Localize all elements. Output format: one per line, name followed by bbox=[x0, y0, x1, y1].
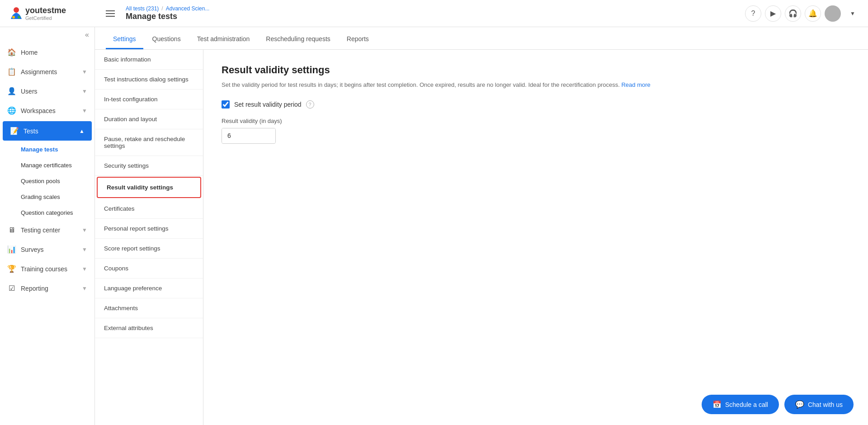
info-icon[interactable]: ? bbox=[306, 100, 314, 109]
sidebar-item-training-courses[interactable]: 🏆 Training courses ▼ bbox=[0, 259, 94, 279]
sidebar-item-home[interactable]: 🏠 Home bbox=[0, 42, 94, 62]
breadcrumb-separator: / bbox=[161, 5, 163, 12]
validity-days-input[interactable] bbox=[222, 128, 276, 143]
validity-days-input-wrap: ▲ ▼ bbox=[222, 128, 276, 144]
settings-nav-pause-retake[interactable]: Pause, retake and reschedule settings bbox=[95, 129, 203, 156]
settings-nav-test-instructions[interactable]: Test instructions dialog settings bbox=[95, 70, 203, 90]
bottom-actions: 📅 Schedule a call 💬 Chat with us bbox=[702, 395, 854, 414]
settings-nav-external-attributes[interactable]: External attributes bbox=[95, 318, 203, 338]
breadcrumb-current[interactable]: Advanced Scien... bbox=[166, 5, 210, 12]
header-actions: ? ▶ 🎧 🔔 ▼ bbox=[745, 5, 861, 22]
checkbox-label: Set result validity period bbox=[234, 101, 302, 108]
sidebar-item-label: Testing center bbox=[21, 227, 82, 234]
hamburger-line bbox=[106, 16, 115, 17]
sidebar: « 🏠 Home 📋 Assignments ▼ 👤 Users ▼ 🌐 Wor… bbox=[0, 27, 95, 425]
hamburger-line bbox=[106, 10, 115, 11]
sidebar-subitem-question-pools[interactable]: Question pools bbox=[0, 173, 94, 189]
home-icon: 🏠 bbox=[7, 48, 16, 57]
reporting-icon: ☑ bbox=[7, 284, 16, 293]
hamburger-button[interactable] bbox=[102, 5, 118, 22]
sidebar-subitem-question-categories[interactable]: Question categories bbox=[0, 205, 94, 221]
settings-nav-score-report[interactable]: Score report settings bbox=[95, 239, 203, 259]
settings-nav-language-preference[interactable]: Language preference bbox=[95, 279, 203, 298]
chat-with-us-button[interactable]: 💬 Chat with us bbox=[784, 395, 854, 414]
chevron-down-icon: ▼ bbox=[82, 88, 87, 94]
breadcrumb-links: All tests (231) / Advanced Scien... bbox=[126, 5, 209, 12]
tab-questions[interactable]: Questions bbox=[145, 30, 188, 49]
settings-content: Result validity settings Set the validit… bbox=[203, 50, 868, 425]
read-more-link[interactable]: Read more bbox=[621, 81, 650, 88]
sidebar-item-label: Reporting bbox=[21, 285, 82, 292]
settings-nav-in-test-config[interactable]: In-test configuration bbox=[95, 90, 203, 109]
chevron-down-icon: ▼ bbox=[82, 246, 87, 253]
settings-nav-certificates[interactable]: Certificates bbox=[95, 199, 203, 219]
sidebar-item-users[interactable]: 👤 Users ▼ bbox=[0, 81, 94, 101]
sidebar-item-label: Home bbox=[21, 49, 87, 56]
tab-reports[interactable]: Reports bbox=[340, 30, 376, 49]
hamburger-line bbox=[106, 13, 115, 14]
sidebar-item-label: Tests bbox=[24, 128, 79, 135]
app-sub: GetCertified bbox=[25, 15, 66, 21]
play-button[interactable]: ▶ bbox=[765, 5, 781, 22]
sidebar-subitem-manage-certificates[interactable]: Manage certificates bbox=[0, 157, 94, 173]
user-dropdown-arrow[interactable]: ▼ bbox=[844, 5, 861, 22]
schedule-call-button[interactable]: 📅 Schedule a call bbox=[702, 395, 779, 414]
svg-point-1 bbox=[12, 16, 15, 19]
settings-layout: Basic information Test instructions dial… bbox=[95, 50, 868, 425]
sidebar-item-reporting[interactable]: ☑ Reporting ▼ bbox=[0, 279, 94, 298]
headset-button[interactable]: 🎧 bbox=[785, 5, 801, 22]
settings-nav-personal-report[interactable]: Personal report settings bbox=[95, 219, 203, 239]
sidebar-item-tests[interactable]: 📝 Tests ▲ bbox=[3, 121, 92, 141]
chevron-down-icon: ▼ bbox=[82, 285, 87, 292]
settings-nav-security[interactable]: Security settings bbox=[95, 156, 203, 176]
tab-rescheduling-requests[interactable]: Rescheduling requests bbox=[259, 30, 337, 49]
checkbox-row: Set result validity period ? bbox=[222, 100, 850, 109]
chevron-down-icon: ▼ bbox=[82, 108, 87, 114]
sidebar-collapse-button[interactable]: « bbox=[80, 27, 94, 42]
main-layout: « 🏠 Home 📋 Assignments ▼ 👤 Users ▼ 🌐 Wor… bbox=[0, 27, 868, 425]
chevron-down-icon: ▼ bbox=[82, 69, 87, 75]
settings-description: Set the validity period for test results… bbox=[222, 80, 850, 90]
sidebar-item-label: Assignments bbox=[21, 68, 82, 76]
chevron-up-icon: ▲ bbox=[79, 128, 85, 134]
settings-title: Result validity settings bbox=[222, 64, 850, 76]
settings-nav-coupons[interactable]: Coupons bbox=[95, 259, 203, 279]
chevron-down-icon: ▼ bbox=[82, 227, 87, 233]
training-courses-icon: 🏆 bbox=[7, 264, 16, 273]
testing-center-icon: 🖥 bbox=[7, 226, 16, 234]
svg-point-0 bbox=[14, 7, 19, 13]
sidebar-item-assignments[interactable]: 📋 Assignments ▼ bbox=[0, 62, 94, 81]
chat-icon: 💬 bbox=[795, 400, 804, 409]
avatar-image bbox=[825, 5, 841, 22]
tabs-bar: Settings Questions Test administration R… bbox=[95, 27, 868, 50]
app-name: youtestme bbox=[25, 6, 66, 15]
schedule-icon: 📅 bbox=[712, 400, 722, 409]
tab-test-administration[interactable]: Test administration bbox=[190, 30, 257, 49]
settings-nav-result-validity[interactable]: Result validity settings bbox=[97, 177, 201, 198]
sidebar-subitem-grading-scales[interactable]: Grading scales bbox=[0, 189, 94, 205]
help-button[interactable]: ? bbox=[745, 5, 761, 22]
users-icon: 👤 bbox=[7, 87, 16, 95]
notification-button[interactable]: 🔔 bbox=[805, 5, 821, 22]
tests-icon: 📝 bbox=[10, 127, 19, 135]
sidebar-item-label: Surveys bbox=[21, 246, 82, 253]
sidebar-item-label: Users bbox=[21, 88, 82, 95]
svg-point-2 bbox=[18, 16, 20, 19]
settings-nav-basic-info[interactable]: Basic information bbox=[95, 50, 203, 70]
content-area: Settings Questions Test administration R… bbox=[95, 27, 868, 425]
sidebar-item-workspaces[interactable]: 🌐 Workspaces ▼ bbox=[0, 101, 94, 120]
surveys-icon: 📊 bbox=[7, 245, 16, 254]
validity-period-checkbox[interactable] bbox=[222, 100, 230, 109]
page-title: Manage tests bbox=[126, 12, 177, 21]
tab-settings[interactable]: Settings bbox=[106, 30, 143, 49]
sidebar-item-label: Workspaces bbox=[21, 107, 82, 114]
sidebar-item-surveys[interactable]: 📊 Surveys ▼ bbox=[0, 240, 94, 259]
logo-text: youtestme GetCertified bbox=[25, 6, 66, 21]
sidebar-subitem-manage-tests[interactable]: Manage tests bbox=[0, 142, 94, 157]
settings-nav-attachments[interactable]: Attachments bbox=[95, 298, 203, 318]
breadcrumb-all-tests[interactable]: All tests (231) bbox=[126, 5, 159, 12]
user-avatar[interactable] bbox=[825, 5, 841, 22]
sidebar-item-label: Training courses bbox=[21, 265, 82, 273]
settings-nav-duration-layout[interactable]: Duration and layout bbox=[95, 109, 203, 129]
sidebar-item-testing-center[interactable]: 🖥 Testing center ▼ bbox=[0, 221, 94, 240]
